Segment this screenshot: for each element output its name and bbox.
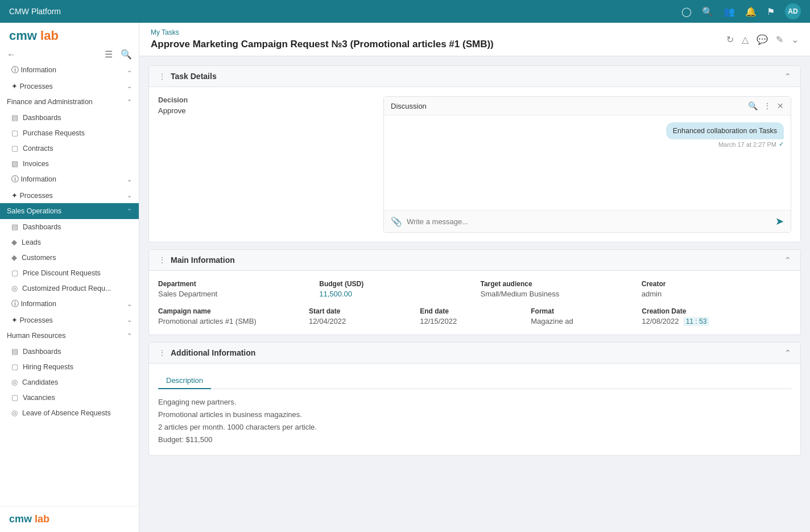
card-body-additional: Description Engaging new partners. Promo…: [149, 364, 800, 455]
sidebar-item-purchase-requests[interactable]: ▢ Purchase Requests: [0, 125, 139, 141]
drag-handle-icon[interactable]: ⋮: [158, 348, 166, 357]
sidebar-item-contracts[interactable]: ▢ Contracts: [0, 141, 139, 156]
sidebar-group-processes-1[interactable]: ✦ Processes ⌄: [0, 79, 139, 94]
sidebar-group-label: Finance and Administration: [7, 98, 93, 106]
task-decision: Decision Approve: [158, 96, 374, 233]
sidebar-scroll: ⓘ Information ⌄ ✦ Processes ⌄ Finance an…: [0, 62, 139, 506]
comment-icon[interactable]: 💬: [757, 34, 768, 45]
refresh-icon[interactable]: ↻: [726, 34, 734, 45]
sidebar-group-hr[interactable]: Human Resources ⌃: [0, 328, 139, 344]
bell-icon[interactable]: 🔔: [745, 6, 757, 17]
sidebar-search-icon[interactable]: 🔍: [121, 49, 132, 60]
sidebar-group-label: ⓘ Information: [11, 65, 56, 75]
chevron-down-icon: ⌄: [127, 316, 132, 324]
sidebar-group-sales[interactable]: Sales Operations ⌃: [0, 203, 139, 219]
card-header-left: ⋮ Additional Information: [158, 348, 255, 357]
sidebar-item-vacancies[interactable]: ▢ Vacancies: [0, 390, 139, 405]
chevron-down-icon: ⌄: [127, 83, 132, 90]
card-title: Task Details: [171, 72, 217, 81]
sidebar-item-label: Price Discount Requests: [23, 269, 101, 277]
message-meta: March 17 at 2:27 PM ✓: [718, 141, 784, 148]
help-icon[interactable]: ◯: [681, 6, 692, 17]
breadcrumb[interactable]: My Tasks: [151, 28, 494, 36]
search-icon[interactable]: 🔍: [702, 6, 713, 17]
sidebar-group-information-2[interactable]: ⓘ Information ⌄: [0, 171, 139, 188]
edit-icon[interactable]: ✎: [776, 34, 783, 45]
card-header-additional: ⋮ Additional Information ⌃: [149, 343, 800, 364]
sidebar-group-label: Human Resources: [7, 332, 66, 340]
sidebar-item-customized-product[interactable]: ◎ Customized Product Requ...: [0, 281, 139, 296]
sidebar-item-leads[interactable]: ◆ Leads: [0, 234, 139, 250]
sidebar-item-candidates[interactable]: ◎ Candidates: [0, 374, 139, 390]
sidebar-group-information-3[interactable]: ⓘ Information ⌄: [0, 296, 139, 312]
field-value: 12/04/2022: [309, 317, 408, 325]
main-info-row2: Campaign name Promotional articles #1 (S…: [158, 307, 791, 325]
sidebar-nav-icons: ← ☰ 🔍: [0, 47, 139, 62]
sidebar-item-dashboards-1[interactable]: ▤ Dashboards: [0, 110, 139, 125]
attach-icon[interactable]: 📎: [391, 216, 402, 227]
dashboard-icon: ▤: [11, 113, 18, 122]
sidebar-item-label: Customers: [22, 254, 56, 262]
send-icon[interactable]: ➤: [775, 215, 784, 228]
expand-icon[interactable]: ⌄: [791, 34, 799, 45]
field-label: Budget (USD): [319, 280, 469, 288]
collapse-icon[interactable]: ⌃: [784, 255, 791, 265]
field-value: Sales Department: [158, 290, 308, 298]
sidebar-item-customers[interactable]: ◆ Customers: [0, 250, 139, 265]
document-icon: ▢: [11, 144, 18, 152]
discussion-close-icon[interactable]: ✕: [777, 101, 784, 110]
sidebar-item-dashboards-3[interactable]: ▤ Dashboards: [0, 344, 139, 359]
sidebar-item-price-discount[interactable]: ▢ Price Discount Requests: [0, 265, 139, 281]
page-title: Approve Marketing Campaign Request №3 (P…: [151, 39, 494, 50]
message-input[interactable]: [407, 217, 771, 226]
sidebar-group-information-1[interactable]: ⓘ Information ⌄: [0, 62, 139, 79]
avatar[interactable]: AD: [785, 3, 801, 19]
users-icon[interactable]: 👥: [724, 6, 735, 17]
drag-handle-icon[interactable]: ⋮: [158, 72, 166, 81]
flag-icon[interactable]: ⚑: [767, 6, 775, 17]
card-header-task: ⋮ Task Details ⌃: [149, 66, 800, 87]
description-line-3: 2 articles per month. 1000 characters pe…: [158, 421, 791, 434]
tab-description[interactable]: Description: [158, 373, 211, 389]
message-bubble: Enhanced collaboration on Tasks: [666, 122, 784, 139]
field-value: 11,500.00: [319, 290, 469, 298]
sidebar-group-finance[interactable]: Finance and Administration ⌃: [0, 94, 139, 110]
field-label: Target audience: [481, 280, 630, 288]
sidebar-group-processes-3[interactable]: ✦ Processes ⌄: [0, 312, 139, 328]
dashboard-icon: ▤: [11, 222, 18, 231]
discussion-body: Enhanced collaboration on Tasks March 17…: [384, 116, 791, 210]
warning-icon[interactable]: △: [742, 34, 749, 45]
collapse-icon[interactable]: ⌃: [784, 72, 791, 81]
sidebar-item-leave-requests[interactable]: ◎ Leave of Absence Requests: [0, 405, 139, 420]
vacancies-icon: ▢: [11, 393, 18, 402]
field-label: End date: [420, 307, 519, 315]
main-info-grid: Department Sales Department Budget (USD)…: [158, 280, 791, 298]
sidebar-item-dashboards-2[interactable]: ▤ Dashboards: [0, 219, 139, 234]
message-check-icon: ✓: [779, 141, 784, 148]
field-campaign-name: Campaign name Promotional articles #1 (S…: [158, 307, 297, 325]
hiring-icon: ▢: [11, 362, 18, 371]
discussion-search-icon[interactable]: 🔍: [748, 101, 758, 110]
sidebar-group-processes-2[interactable]: ✦ Processes ⌄: [0, 188, 139, 203]
sidebar-item-hiring-requests[interactable]: ▢ Hiring Requests: [0, 359, 139, 374]
description-line-1: Engaging new partners.: [158, 396, 791, 409]
collapse-icon[interactable]: ⌃: [784, 348, 791, 357]
sidebar-item-label: Purchase Requests: [23, 129, 85, 137]
sidebar-item-label: Dashboards: [23, 348, 61, 356]
drag-handle-icon[interactable]: ⋮: [158, 255, 166, 265]
chevron-up-icon: ⌃: [127, 332, 132, 340]
card-body-main: Department Sales Department Budget (USD)…: [149, 271, 800, 335]
discussion-title: Discussion: [391, 102, 427, 110]
description-text: Engaging new partners. Promotional artic…: [158, 396, 791, 446]
sidebar-logo: cmw lab: [0, 23, 139, 47]
sidebar-item-label: Leads: [22, 238, 41, 246]
sidebar-menu-icon[interactable]: ☰: [105, 49, 113, 60]
sidebar-item-invoices[interactable]: ▧ Invoices: [0, 156, 139, 171]
sidebar-group-label: Sales Operations: [7, 207, 61, 215]
description-line-2: Promotional articles in business magazin…: [158, 409, 791, 421]
product-icon: ◎: [11, 284, 18, 292]
card-header-left: ⋮ Task Details: [158, 72, 217, 81]
sidebar-back-icon[interactable]: ←: [7, 50, 16, 60]
discussion-more-icon[interactable]: ⋮: [763, 101, 771, 110]
sidebar-group-label: ✦ Processes: [11, 316, 53, 324]
